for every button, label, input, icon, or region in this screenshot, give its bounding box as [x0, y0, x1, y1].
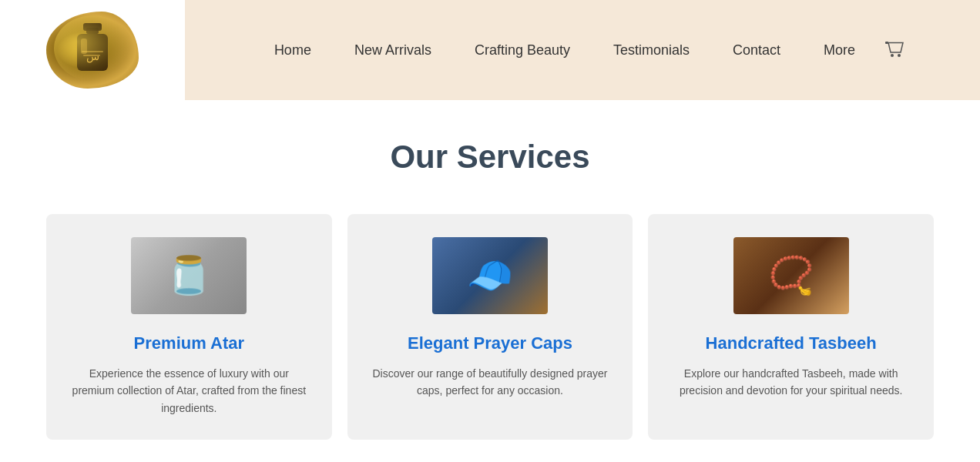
services-grid: Premium Atar Experience the essence of l…	[46, 214, 934, 440]
main-content: Our Services Premium Atar Experience the…	[0, 100, 980, 462]
service-desc-atar: Experience the essence of luxury with ou…	[69, 365, 309, 417]
svg-point-9	[898, 54, 901, 57]
svg-rect-3	[81, 38, 87, 54]
nav-item-new-arrivals[interactable]: New Arrivals	[333, 42, 453, 59]
service-card-premium-atar: Premium Atar Experience the essence of l…	[46, 214, 332, 440]
svg-text:س: س	[86, 50, 99, 63]
service-card-prayer-caps: Elegant Prayer Caps Discover our range o…	[347, 214, 633, 440]
service-card-tasbeeh: Handcrafted Tasbeeh Explore our handcraf…	[648, 214, 934, 440]
navbar: Home New Arrivals Crafting Beauty Testim…	[185, 0, 980, 100]
nav-item-testimonials[interactable]: Testimonials	[592, 42, 711, 59]
service-image-atar	[131, 237, 247, 314]
nav-item-more[interactable]: More	[802, 42, 877, 59]
service-image-tasbeeh	[733, 237, 849, 314]
nav-item-contact[interactable]: Contact	[711, 42, 802, 59]
nav-item-home[interactable]: Home	[253, 42, 333, 59]
service-title-atar: Premium Atar	[134, 333, 244, 353]
svg-rect-6	[83, 55, 100, 56]
cart-icon[interactable]	[877, 41, 912, 59]
nav-item-crafting-beauty[interactable]: Crafting Beauty	[453, 42, 592, 59]
service-title-tasbeeh: Handcrafted Tasbeeh	[706, 333, 877, 353]
logo[interactable]: س	[46, 12, 139, 89]
svg-rect-2	[77, 34, 108, 71]
service-title-prayer-caps: Elegant Prayer Caps	[408, 333, 572, 353]
service-desc-prayer-caps: Discover our range of beautifully design…	[371, 365, 610, 400]
svg-rect-0	[86, 28, 99, 34]
service-image-prayer-caps	[432, 237, 548, 314]
header: س Home New Arrivals Crafting Beauty Test…	[0, 0, 980, 100]
service-desc-tasbeeh: Explore our handcrafted Tasbeeh, made wi…	[671, 365, 911, 400]
logo-icon: س	[69, 22, 116, 79]
logo-area: س	[0, 4, 185, 96]
svg-rect-1	[83, 23, 102, 31]
svg-rect-5	[82, 51, 103, 52]
svg-point-8	[891, 54, 894, 57]
section-title: Our Services	[46, 139, 934, 176]
